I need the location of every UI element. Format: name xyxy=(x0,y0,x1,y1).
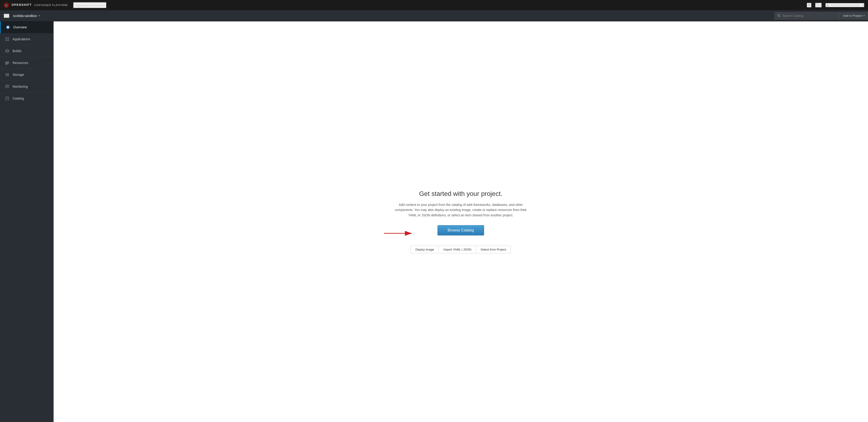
add-to-project-label: Add to Project xyxy=(843,14,862,18)
svg-point-11 xyxy=(8,39,9,41)
svg-point-3 xyxy=(827,4,828,5)
sidebar-item-monitoring[interactable]: Monitoring xyxy=(0,81,53,93)
builds-icon xyxy=(5,48,10,54)
sidebar-item-resources[interactable]: Resources › xyxy=(0,57,53,69)
user-icon xyxy=(826,3,829,7)
svg-point-7 xyxy=(7,26,9,28)
sidebar-item-builds-label: Builds xyxy=(12,49,48,53)
app-console-label: Application Console xyxy=(75,3,102,7)
main-content-area: Get started with your project. Add conte… xyxy=(54,22,868,422)
catalog-icon xyxy=(5,96,10,101)
sidebar-item-catalog[interactable]: Catalog xyxy=(0,93,53,104)
search-icon xyxy=(777,14,780,18)
browse-catalog-button[interactable]: Browse Catalog xyxy=(437,225,484,235)
svg-rect-14 xyxy=(6,62,9,63)
search-catalog-input[interactable] xyxy=(782,14,837,18)
help-icon: ? xyxy=(816,3,819,7)
brand-name-openshift: OPENSHIFT xyxy=(12,3,32,6)
get-started-panel: Get started with your project. Add conte… xyxy=(389,181,533,263)
svg-point-10 xyxy=(6,39,7,41)
svg-text:?: ? xyxy=(817,4,818,6)
catalog-svg-icon xyxy=(5,96,9,100)
applications-chevron-icon: › xyxy=(48,38,49,40)
svg-point-8 xyxy=(6,37,7,39)
overview-svg-icon xyxy=(6,25,10,29)
top-navbar: OPENSHIFT CONTAINER PLATFORM Application… xyxy=(0,0,868,10)
svg-line-5 xyxy=(779,16,780,17)
sidebar-item-overview-label: Overview xyxy=(13,25,49,29)
select-from-project-button[interactable]: Select from Project xyxy=(476,246,511,253)
sidebar-item-storage-label: Storage xyxy=(12,73,49,76)
help-button[interactable]: ? ▾ xyxy=(815,3,822,7)
sidebar-item-overview[interactable]: Overview xyxy=(0,22,53,33)
hamburger-button[interactable] xyxy=(4,14,9,18)
svg-rect-16 xyxy=(6,64,7,65)
applications-svg-icon xyxy=(5,37,9,41)
add-to-project-button[interactable]: Add to Project ▾ xyxy=(840,12,868,20)
sidebar: Overview Applications › xyxy=(0,22,54,422)
builds-svg-icon xyxy=(5,49,9,53)
user-menu-button[interactable]: IAM#Scott.DAngelo@ib... ▾ xyxy=(826,3,864,7)
overview-icon xyxy=(5,25,10,30)
monitoring-icon xyxy=(5,84,10,89)
app-console-button[interactable]: Application Console ▾ xyxy=(73,2,106,8)
brand-name-container: CONTAINER PLATFORM xyxy=(34,4,67,6)
sidebar-item-applications[interactable]: Applications › xyxy=(0,33,53,45)
resources-chevron-icon: › xyxy=(48,61,49,64)
storage-svg-icon xyxy=(5,73,9,77)
sidebar-item-monitoring-label: Monitoring xyxy=(12,85,49,88)
brand-logo: OPENSHIFT CONTAINER PLATFORM xyxy=(4,3,67,8)
user-name: IAM#Scott.DAngelo@ib... xyxy=(830,3,862,7)
monitoring-svg-icon xyxy=(5,85,9,89)
svg-point-20 xyxy=(8,75,9,75)
svg-point-0 xyxy=(4,3,9,7)
svg-point-9 xyxy=(8,37,9,39)
add-to-project-chevron-icon: ▾ xyxy=(863,14,865,17)
red-arrow-annotation xyxy=(382,224,424,242)
sidebar-item-catalog-label: Catalog xyxy=(12,97,49,100)
secondary-actions-group: Deploy Image Import YAML / JSON Select f… xyxy=(393,246,528,253)
brand-openshift-text: OPENSHIFT xyxy=(4,3,32,8)
import-yaml-button[interactable]: Import YAML / JSON xyxy=(438,246,476,253)
svg-point-4 xyxy=(778,14,780,16)
svg-point-19 xyxy=(8,74,9,74)
main-layout: Overview Applications › xyxy=(0,22,868,422)
search-catalog-container xyxy=(774,12,840,20)
project-chevron-icon: ▾ xyxy=(38,14,40,17)
sidebar-item-storage[interactable]: Storage xyxy=(0,69,53,81)
project-name: scottda-sandbox xyxy=(13,14,37,18)
svg-rect-24 xyxy=(6,97,9,100)
svg-rect-15 xyxy=(6,63,9,64)
storage-icon xyxy=(5,72,10,77)
get-started-description: Add content to your project from the cat… xyxy=(393,202,528,218)
applications-icon xyxy=(5,36,10,42)
app-console-chevron-icon: ▾ xyxy=(103,4,104,6)
project-selector[interactable]: scottda-sandbox ▾ xyxy=(13,14,40,18)
topnav-right: ? ▾ IAM#Scott.DAngelo@ib... ▾ xyxy=(807,3,864,7)
secondary-navbar: scottda-sandbox ▾ Add to Project ▾ xyxy=(0,10,868,22)
resources-icon xyxy=(5,60,10,65)
sidebar-item-builds[interactable]: Builds › xyxy=(0,45,53,57)
search-magnifier-icon xyxy=(777,14,780,17)
sidebar-item-resources-label: Resources xyxy=(12,61,48,65)
builds-chevron-icon: › xyxy=(48,50,49,52)
help-chevron-icon: ▾ xyxy=(820,4,821,6)
get-started-title: Get started with your project. xyxy=(393,190,528,197)
user-chevron-icon: ▾ xyxy=(863,4,864,6)
sidebar-item-applications-label: Applications xyxy=(12,37,48,41)
bell-icon xyxy=(807,3,811,7)
resources-svg-icon xyxy=(5,61,9,65)
openshift-logo-icon xyxy=(4,3,9,8)
notification-button[interactable] xyxy=(807,3,811,7)
deploy-image-button[interactable]: Deploy Image xyxy=(410,246,439,253)
